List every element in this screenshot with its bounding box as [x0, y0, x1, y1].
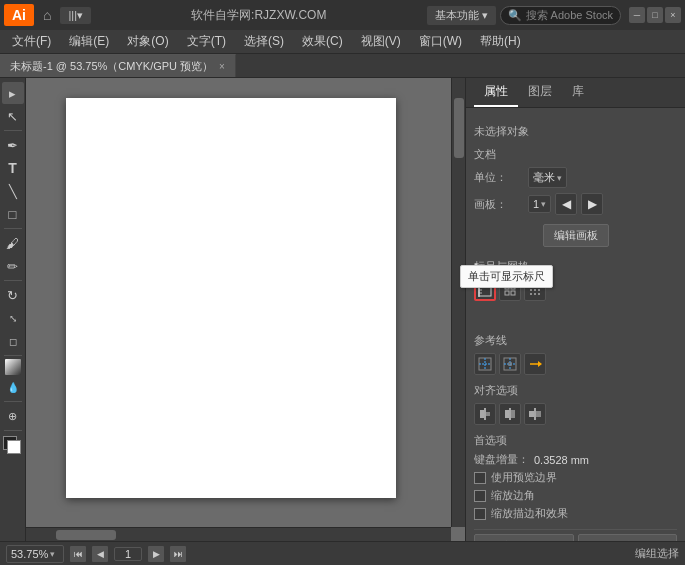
show-rulers-button[interactable]	[474, 279, 496, 301]
scale-corners-row[interactable]: 缩放边角	[474, 488, 677, 503]
eyedropper-tool-button[interactable]: 💧	[2, 376, 24, 398]
left-toolbar: ▸ ↖ ✒ T ╲ □ 🖌 ✏ ↻ ⤡ ◻ 💧 ⊕	[0, 78, 26, 541]
type-tool-button[interactable]: T	[2, 157, 24, 179]
first-artboard-button[interactable]: ⏮	[70, 546, 86, 562]
home-button[interactable]: ⌂	[38, 5, 56, 25]
clear-guidelines-button[interactable]	[524, 353, 546, 375]
show-guidelines-button[interactable]	[474, 353, 496, 375]
last-artboard-button[interactable]: ⏭	[170, 546, 186, 562]
selection-tool-button[interactable]: ▸	[2, 82, 24, 104]
panel-tab-library[interactable]: 库	[562, 78, 594, 107]
search-bar[interactable]: 🔍 搜索 Adobe Stock	[500, 6, 621, 25]
horizontal-scrollbar[interactable]	[26, 527, 451, 541]
rectangle-tool-button[interactable]: □	[2, 203, 24, 225]
eraser-tool-button[interactable]: ◻	[2, 330, 24, 352]
panel-tab-properties[interactable]: 属性	[474, 78, 518, 107]
guidelines-icon-2	[503, 357, 517, 371]
rulers-grid-label: 标尺与网格	[474, 259, 677, 274]
artboard-next-button[interactable]: ▶	[581, 193, 603, 215]
svg-point-14	[534, 285, 536, 287]
panel-tab-layers[interactable]: 图层	[518, 78, 562, 107]
menu-view[interactable]: 视图(V)	[353, 31, 409, 52]
next-artboard-button[interactable]: ▶	[148, 546, 164, 562]
guidelines-row	[474, 353, 677, 375]
document-section-label: 文档	[474, 147, 677, 162]
scale-stroke-checkbox[interactable]	[474, 508, 486, 520]
svg-rect-11	[505, 291, 509, 295]
menu-object[interactable]: 对象(O)	[119, 31, 176, 52]
direct-selection-tool-button[interactable]: ↖	[2, 105, 24, 127]
window-controls: ─ □ ×	[629, 7, 681, 23]
show-grid-button[interactable]	[499, 279, 521, 301]
menu-text[interactable]: 文字(T)	[179, 31, 234, 52]
menu-file[interactable]: 文件(F)	[4, 31, 59, 52]
basic-func-button[interactable]: 基本功能 ▾	[427, 6, 496, 25]
paintbrush-tool-button[interactable]: 🖌	[2, 232, 24, 254]
align-button-2[interactable]	[499, 403, 521, 425]
use-preview-bounds-row[interactable]: 使用预览边界	[474, 470, 677, 485]
svg-rect-31	[480, 410, 484, 418]
svg-rect-34	[505, 410, 509, 418]
vertical-scroll-thumb[interactable]	[454, 98, 464, 158]
dot-grid-icon	[529, 284, 541, 296]
canvas-area[interactable]	[26, 78, 465, 541]
minimize-button[interactable]: ─	[629, 7, 645, 23]
no-selection-label: 未选择对象	[474, 124, 677, 139]
artboard-prev-button[interactable]: ◀	[555, 193, 577, 215]
ruler-icon	[478, 283, 492, 297]
guidelines-icon-3	[528, 357, 542, 371]
svg-point-20	[534, 293, 536, 295]
horizontal-scroll-thumb[interactable]	[56, 530, 116, 540]
rotate-tool-button[interactable]: ↻	[2, 284, 24, 306]
menu-window[interactable]: 窗口(W)	[411, 31, 470, 52]
keyboard-increment-row: 键盘增量： 0.3528 mm	[474, 452, 677, 467]
zoom-dropdown-arrow: ▾	[50, 549, 55, 559]
guidelines-label: 参考线	[474, 333, 677, 348]
zoom-select[interactable]: 53.75% ▾	[6, 545, 64, 563]
tab-bar: 未标题-1 @ 53.75%（CMYK/GPU 预览） ×	[0, 54, 685, 78]
scale-tool-button[interactable]: ⤡	[2, 307, 24, 329]
edit-artboard-button[interactable]: 编辑画板	[543, 224, 609, 247]
keyboard-increment-label: 键盘增量：	[474, 452, 529, 467]
maximize-button[interactable]: □	[647, 7, 663, 23]
scale-stroke-row[interactable]: 缩放描边和效果	[474, 506, 677, 521]
pen-tool-button[interactable]: ✒	[2, 134, 24, 156]
doc-settings-button[interactable]: 文档设置	[474, 534, 574, 541]
zoom-tool-button[interactable]: ⊕	[2, 405, 24, 427]
lock-guidelines-button[interactable]	[499, 353, 521, 375]
tab-close-button[interactable]: ×	[219, 61, 225, 72]
pencil-tool-button[interactable]: ✏	[2, 255, 24, 277]
use-preview-bounds-checkbox[interactable]	[474, 472, 486, 484]
menu-help[interactable]: 帮助(H)	[472, 31, 529, 52]
svg-rect-28	[508, 362, 512, 366]
svg-rect-9	[505, 285, 509, 289]
artboard-select[interactable]: 1 ▾	[528, 195, 551, 213]
prefs-label: 首选项	[474, 433, 677, 448]
menu-select[interactable]: 选择(S)	[236, 31, 292, 52]
menu-bar: 文件(F) 编辑(E) 对象(O) 文字(T) 选择(S) 效果(C) 视图(V…	[0, 30, 685, 54]
status-bar: 53.75% ▾ ⏮ ◀ ▶ ⏭ 编组选择	[0, 541, 685, 565]
unit-select[interactable]: 毫米 ▾	[528, 167, 567, 188]
fill-stroke-colors[interactable]	[3, 436, 23, 456]
active-tab[interactable]: 未标题-1 @ 53.75%（CMYK/GPU 预览） ×	[0, 54, 236, 77]
show-dot-grid-button[interactable]	[524, 279, 546, 301]
svg-point-16	[530, 289, 532, 291]
vertical-scrollbar[interactable]	[451, 78, 465, 527]
align-button-3[interactable]	[524, 403, 546, 425]
preferences-button[interactable]: 首选项	[578, 534, 678, 541]
scale-corners-checkbox[interactable]	[474, 490, 486, 502]
prev-artboard-button[interactable]: ◀	[92, 546, 108, 562]
svg-rect-38	[529, 411, 534, 417]
tool-separator-6	[4, 430, 22, 431]
rulers-grid-row	[474, 279, 677, 301]
arrange-button[interactable]: |||▾	[60, 7, 91, 24]
gradient-tool-button[interactable]	[5, 359, 21, 375]
status-right: 编组选择	[635, 546, 679, 561]
artboard-number-input[interactable]	[114, 547, 142, 561]
close-button[interactable]: ×	[665, 7, 681, 23]
tool-separator-3	[4, 280, 22, 281]
menu-edit[interactable]: 编辑(E)	[61, 31, 117, 52]
menu-effect[interactable]: 效果(C)	[294, 31, 351, 52]
line-tool-button[interactable]: ╲	[2, 180, 24, 202]
align-button-1[interactable]	[474, 403, 496, 425]
